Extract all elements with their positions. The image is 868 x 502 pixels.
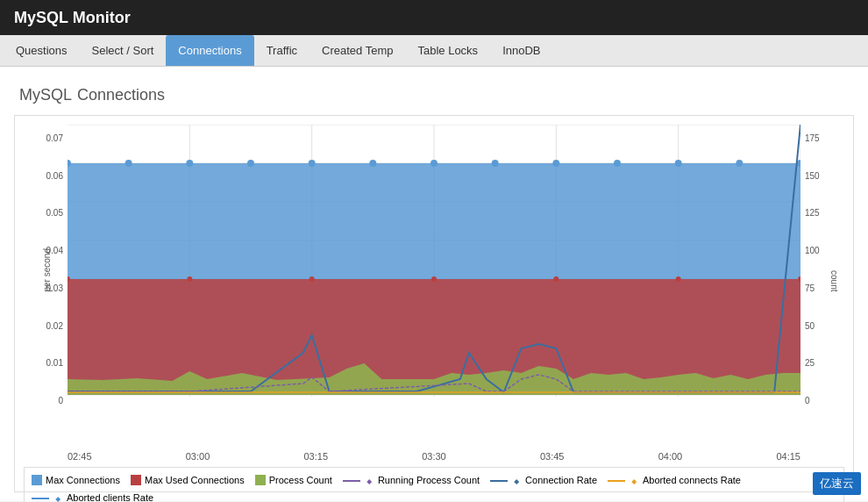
watermark: 亿速云: [813, 472, 861, 495]
legend-max-used-connections[interactable]: Max Used Connections: [131, 473, 245, 487]
svg-point-21: [309, 160, 316, 167]
tab-table-locks[interactable]: Table Locks: [405, 35, 490, 66]
chart-area: per second 0.07 0.06 0.05 0.04 0.03 0.02…: [24, 125, 844, 449]
legend-aborted-connects-rate[interactable]: ⬥ Aborted connects Rate: [608, 473, 741, 487]
chart-legend: Max Connections Max Used Connections Pro…: [24, 467, 844, 502]
svg-point-20: [247, 160, 254, 167]
y-axis-right-label: count: [829, 270, 838, 291]
svg-point-33: [431, 276, 437, 282]
svg-point-32: [309, 276, 315, 282]
app-header: MySQL Monitor: [0, 0, 868, 35]
chart-container: per second 0.07 0.06 0.05 0.04 0.03 0.02…: [14, 115, 854, 492]
svg-point-25: [552, 160, 559, 167]
tab-connections[interactable]: Connections: [166, 35, 253, 66]
svg-point-26: [614, 160, 621, 167]
page-content: MySQLConnections per second 0.07 0.06 0.…: [0, 67, 868, 501]
legend-process-count[interactable]: Process Count: [255, 473, 332, 487]
svg-point-28: [736, 160, 743, 167]
svg-point-18: [125, 160, 132, 167]
svg-point-24: [492, 160, 499, 167]
svg-point-22: [369, 160, 376, 167]
tab-questions[interactable]: Questions: [4, 35, 80, 66]
legend-connection-rate[interactable]: ⬥ Connection Rate: [490, 473, 597, 487]
page-title: MySQLConnections: [14, 79, 854, 106]
tab-innodb[interactable]: InnoDB: [490, 35, 552, 66]
tab-created-temp[interactable]: Created Temp: [309, 35, 405, 66]
svg-point-35: [676, 276, 681, 282]
nav-tabs: Questions Select / Sort Connections Traf…: [0, 35, 868, 67]
legend-running-process-count[interactable]: ⬥ Running Process Count: [343, 473, 480, 487]
tab-select-sort[interactable]: Select / Sort: [80, 35, 167, 66]
svg-point-19: [186, 160, 193, 167]
tab-traffic[interactable]: Traffic: [254, 35, 309, 66]
svg-point-23: [430, 160, 438, 167]
app-title: MySQL Monitor: [14, 9, 131, 27]
y-axis-left-label: per second: [42, 248, 52, 291]
svg-point-34: [553, 276, 559, 282]
legend-max-connections[interactable]: Max Connections: [32, 473, 120, 487]
svg-point-31: [187, 276, 192, 282]
legend-aborted-clients-rate[interactable]: ⬥ Aborted clients Rate: [32, 491, 836, 502]
svg-point-27: [675, 160, 682, 167]
chart-plot: [68, 125, 800, 449]
x-axis: 02:45 03:00 03:15 03:30 03:45 04:00 04:1…: [24, 449, 844, 462]
